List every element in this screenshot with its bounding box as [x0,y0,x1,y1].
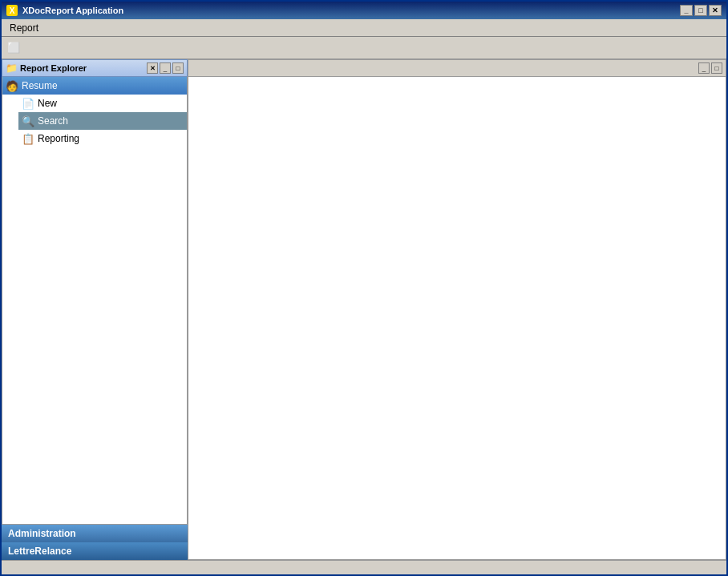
main-window: X XDocReport Application _ □ ✕ Report ⬜ … [0,0,728,576]
panel-maximize-button[interactable]: □ [172,62,184,74]
tree-children: 📄 New 🔍 Search 📋 Reporting [2,95,187,147]
panel-close-button[interactable]: ✕ [147,62,158,74]
search-label: Search [38,115,68,127]
panel-content: 🧑 Resume 📄 New 🔍 Search 📋 Repor [2,77,188,525]
menu-bar: Report [2,19,726,37]
tree-root-resume[interactable]: 🧑 Resume [2,77,187,95]
right-panel-minimize-button[interactable]: _ [698,62,710,74]
status-bar [2,560,726,574]
panel-title: Report Explorer [20,63,87,73]
left-panel: 📁 Report Explorer ✕ _ □ 🧑 Resume [2,59,188,560]
search-icon: 🔍 [22,115,34,127]
toolbar-icon-1: ⬜ [7,42,20,54]
panel-header: 📁 Report Explorer ✕ _ □ [2,59,188,77]
menu-report[interactable]: Report [5,21,43,35]
title-bar-left: X XDocReport Application [6,5,123,16]
window-controls: _ □ ✕ [680,5,722,16]
window-title: XDocReport Application [22,6,123,15]
app-icon: X [6,5,18,16]
bottom-tabs: Administration LettreRelance [2,525,188,560]
right-panel-header: _ □ [188,59,726,77]
administration-tab-label: Administration [8,528,76,539]
panel-minimize-button[interactable]: _ [160,62,171,74]
resume-icon: 🧑 [6,79,18,92]
tree-item-reporting[interactable]: 📋 Reporting [18,130,187,147]
reporting-label: Reporting [38,133,79,144]
toolbar: ⬜ [2,37,726,59]
close-button[interactable]: ✕ [709,5,722,16]
panel-icon: 📁 [6,62,17,74]
tab-lettre-relance[interactable]: LettreRelance [2,542,188,560]
minimize-button[interactable]: _ [680,5,693,16]
tree-item-new[interactable]: 📄 New [18,95,187,112]
panel-header-buttons: ✕ _ □ [147,62,184,74]
tab-administration[interactable]: Administration [2,525,188,542]
panel-header-left: 📁 Report Explorer [6,62,87,74]
maximize-button[interactable]: □ [694,5,707,16]
toolbar-button-1[interactable]: ⬜ [5,39,22,57]
lettre-relance-tab-label: LettreRelance [8,546,71,557]
main-content: 📁 Report Explorer ✕ _ □ 🧑 Resume [2,59,726,560]
resume-label: Resume [22,80,58,91]
right-panel: _ □ [188,59,726,560]
new-icon: 📄 [22,97,34,110]
tree-item-search[interactable]: 🔍 Search [18,112,187,130]
right-panel-content [188,77,726,560]
title-bar: X XDocReport Application _ □ ✕ [2,2,726,19]
reporting-icon: 📋 [22,132,34,145]
new-label: New [38,98,57,109]
right-panel-maximize-button[interactable]: □ [711,62,722,74]
